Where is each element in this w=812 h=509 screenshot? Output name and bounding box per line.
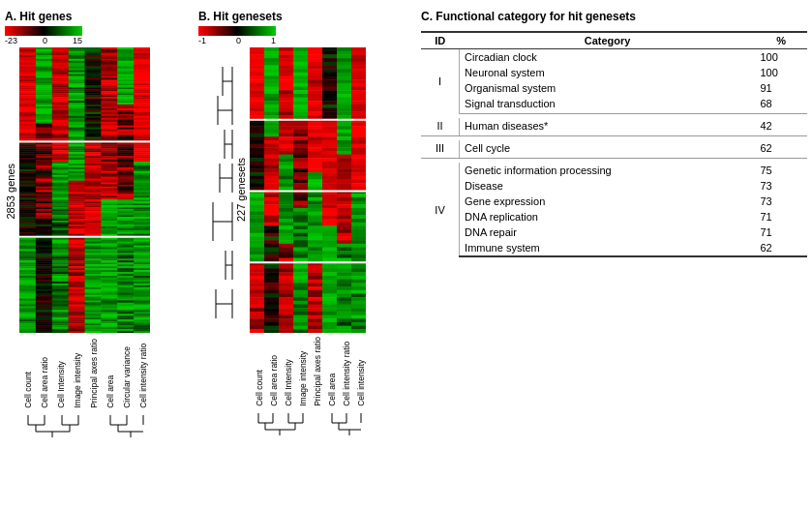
dendrogram-bottom-b-svg: [252, 408, 368, 435]
category-cell: Gene expression: [460, 194, 756, 209]
section-c-title: C. Functional category for hit genesets: [421, 10, 807, 23]
heatmap-b-with-dendrogram: 227 genesets: [198, 47, 366, 333]
col-header-id: ID: [421, 32, 460, 49]
colorbar-a-labels: -23 0 15: [5, 36, 82, 45]
colorbar-b-labels: -1 0 1: [198, 36, 276, 45]
pct-cell: 68: [755, 96, 807, 114]
col-header-pct: %: [755, 32, 807, 49]
colorbar-b-mid: 0: [236, 36, 241, 45]
table-row: Immune system 62: [421, 240, 807, 256]
xlabel-b-2: Cell area ratio: [269, 337, 279, 406]
colorbar-a-min: -23: [5, 36, 17, 45]
table-row: Neuronal system 100: [421, 65, 807, 80]
section-a: A. Hit genes -23 0 15 2853 genes Cell co…: [5, 10, 194, 504]
xlabel-b-7: Cell intensity ratio: [342, 337, 351, 406]
xlabel-a-1: Cell count: [23, 339, 33, 408]
heatmap-a-canvas: [19, 47, 150, 335]
table-row: DNA replication 71: [421, 209, 807, 225]
category-cell: Genetic information processing: [460, 163, 756, 178]
category-cell: Organismal system: [460, 80, 756, 96]
colorbar-a-gradient: [5, 26, 82, 36]
dendrogram-bottom-b: [252, 408, 368, 437]
pct-cell: 100: [755, 49, 807, 66]
xlabel-b-3: Cell Intensity: [284, 337, 293, 406]
xlabel-b-8: Cell intensity: [356, 337, 366, 406]
xlabel-a-3: Cell Intensity: [56, 339, 66, 408]
section-c: C. Functional category for hit genesets …: [411, 10, 807, 504]
heatmap-b: [250, 47, 366, 333]
x-labels-a: Cell count Cell area ratio Cell Intensit…: [20, 339, 151, 408]
colorbar-b-max: 1: [271, 36, 276, 45]
category-cell: Signal transduction: [460, 96, 756, 114]
table-row: Gene expression 73: [421, 194, 807, 209]
category-cell: Cell cycle: [460, 140, 756, 159]
table-row: Organismal system 91: [421, 80, 807, 96]
pct-cell: 62: [755, 140, 807, 159]
pct-cell: 71: [755, 225, 807, 240]
xlabel-a-2: Cell area ratio: [40, 339, 49, 408]
dendrogram-bottom-a-svg: [20, 410, 151, 437]
xlabel-b-4: Image intensity: [298, 337, 308, 406]
y-label-b: 227 genesets: [235, 158, 247, 222]
colorbar-a: -23 0 15: [5, 26, 82, 45]
x-labels-b: Cell count Cell area ratio Cell Intensit…: [252, 337, 368, 406]
colorbar-a-mid: 0: [43, 36, 47, 45]
xlabel-a-7: Circular variance: [122, 339, 132, 408]
table-row: III Cell cycle 62: [421, 140, 807, 159]
category-cell: DNA repair: [460, 225, 756, 240]
category-cell: Neuronal system: [460, 65, 756, 80]
col-header-category: Category: [460, 32, 756, 49]
xlabel-b-6: Cell area: [327, 337, 337, 406]
dendrogram-left-b-svg: [198, 47, 235, 333]
colorbar-b-gradient: [198, 26, 276, 36]
xlabel-a-6: Cell area: [105, 339, 115, 408]
xlabel-b-1: Cell count: [255, 337, 264, 406]
group-id-II: II: [421, 118, 460, 136]
xlabel-a-8: Cell intensity ratio: [138, 339, 148, 408]
colorbar-a-max: 15: [73, 36, 82, 45]
category-cell: Human diseases*: [460, 118, 756, 136]
pct-cell: 73: [755, 178, 807, 194]
table-row: Disease 73: [421, 178, 807, 194]
table-row: DNA repair 71: [421, 225, 807, 240]
xlabel-a-4: Image intensity: [73, 339, 82, 408]
category-cell: DNA replication: [460, 209, 756, 225]
table-row: Signal transduction 68: [421, 96, 807, 114]
xlabel-b-5: Principal axes ratio: [313, 337, 322, 406]
section-b-title: B. Hit genesets: [198, 10, 283, 23]
pct-cell: 42: [755, 118, 807, 136]
table-row: I Circadian clock 100: [421, 49, 807, 66]
colorbar-b: -1 0 1: [198, 26, 276, 45]
section-a-title: A. Hit genes: [5, 10, 72, 23]
table-row: II Human diseases* 42: [421, 118, 807, 136]
pct-cell: 100: [755, 65, 807, 80]
pct-cell: 75: [755, 163, 807, 178]
section-b: B. Hit genesets -1 0 1: [198, 10, 411, 504]
category-cell: Circadian clock: [460, 49, 756, 66]
pct-cell: 73: [755, 194, 807, 209]
y-label-a: 2853 genes: [5, 164, 16, 220]
category-cell: Immune system: [460, 240, 756, 256]
colorbar-b-min: -1: [198, 36, 206, 45]
category-cell: Disease: [460, 178, 756, 194]
dendrogram-bottom-a: [20, 410, 151, 439]
group-id-III: III: [421, 140, 460, 159]
xlabel-a-5: Principal axes ratio: [89, 339, 99, 408]
heatmap-a-area: 2853 genes: [5, 47, 150, 335]
pct-cell: 91: [755, 80, 807, 96]
group-id-I: I: [421, 49, 460, 114]
heatmap-a: [19, 47, 150, 333]
table-row: IV Genetic information processing 75: [421, 163, 807, 178]
pct-cell: 71: [755, 209, 807, 225]
group-id-IV: IV: [421, 163, 460, 256]
functional-table: ID Category % I Circadian clock 100 Neur…: [421, 31, 807, 257]
pct-cell: 62: [755, 240, 807, 256]
